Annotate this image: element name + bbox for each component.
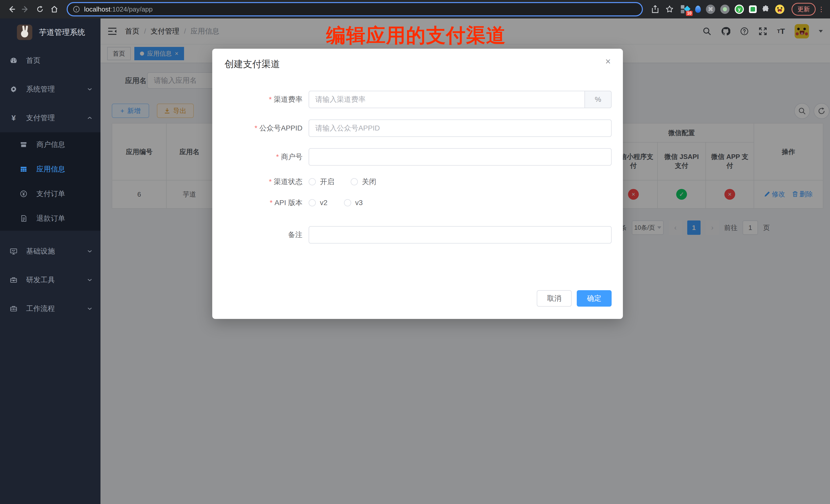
url-bar[interactable]: localhost:1024/pay/app: [67, 2, 643, 17]
cancel-button[interactable]: 取消: [537, 290, 572, 307]
back-icon[interactable]: [5, 3, 18, 15]
home-icon[interactable]: [48, 3, 61, 15]
dialog-footer: 取消 确定: [537, 290, 612, 307]
sidebar-item-pay-orders[interactable]: 支付订单: [0, 182, 100, 206]
form-row-appid: *公众号APPID: [225, 120, 612, 137]
url-host: localhost: [84, 5, 110, 13]
radio-circle-icon: [344, 199, 351, 207]
extension-badge: 10: [686, 11, 693, 16]
extension-balloon-icon[interactable]: [695, 6, 701, 13]
remark-input[interactable]: [309, 226, 612, 244]
form-row-mch: *商户号: [225, 148, 612, 166]
radio-circle-icon: [351, 178, 358, 185]
logo-rabbit-icon: [17, 25, 32, 40]
sidebar-item-pay[interactable]: ¥ 支付管理: [0, 103, 100, 132]
annotation-title: 编辑应用的支付渠道: [326, 23, 506, 49]
status-label: *渠道状态: [225, 177, 309, 187]
status-close-radio[interactable]: 关闭: [351, 177, 376, 187]
sidebar-item-devtools[interactable]: 研发工具: [0, 265, 100, 294]
share-icon[interactable]: [649, 3, 661, 15]
app-root: localhost:1024/pay/app 10 ⌘ y 更新 ⋮: [0, 0, 830, 504]
dialog-form: *渠道费率 % *公众号APPID *商户号 *渠道状态 开启: [225, 91, 612, 255]
monitor-icon: [9, 247, 18, 255]
sidebar-item-workflow[interactable]: 工作流程: [0, 294, 100, 323]
extensions-cluster: 10 ⌘ y: [681, 5, 785, 14]
sidebar-item-refund-orders[interactable]: 退款订单: [0, 206, 100, 231]
dialog-close-icon[interactable]: ×: [602, 56, 614, 67]
create-channel-dialog: 创建支付渠道 × *渠道费率 % *公众号APPID *商户号: [212, 49, 623, 319]
sidebar-item-label: 应用信息: [36, 164, 65, 174]
url-path: :1024/pay/app: [110, 5, 153, 13]
api-label: *API 版本: [225, 198, 309, 208]
required-mark: *: [269, 178, 272, 186]
mch-input[interactable]: [309, 148, 612, 166]
required-mark: *: [255, 124, 257, 132]
rate-input[interactable]: [309, 91, 585, 108]
forward-icon[interactable]: [20, 3, 32, 15]
required-mark: *: [269, 95, 272, 103]
browser-toolbar: localhost:1024/pay/app 10 ⌘ y 更新 ⋮: [0, 0, 830, 19]
bookmark-star-icon[interactable]: [663, 3, 676, 15]
api-v3-radio[interactable]: v3: [344, 199, 363, 207]
app-logo[interactable]: 芋道管理系统: [0, 19, 100, 46]
pay-order-icon: [20, 190, 28, 198]
extension-y-icon[interactable]: y: [735, 5, 744, 14]
extension-command-icon[interactable]: ⌘: [706, 5, 715, 14]
extension-dot-icon[interactable]: [720, 5, 730, 14]
status-open-radio[interactable]: 开启: [309, 177, 334, 187]
rate-label: *渠道费率: [225, 95, 309, 104]
sidebar-item-label: 研发工具: [26, 275, 55, 285]
form-row-remark: 备注: [225, 226, 612, 244]
required-mark: *: [270, 199, 273, 207]
form-row-api: *API 版本 v2 v3: [225, 198, 612, 208]
document-icon: [20, 215, 28, 222]
sidebar-item-label: 基础设施: [26, 246, 55, 256]
radio-circle-icon: [309, 199, 316, 207]
sidebar-item-infra[interactable]: 基础设施: [0, 237, 100, 265]
confirm-button[interactable]: 确定: [577, 290, 612, 307]
appid-input[interactable]: [309, 120, 612, 137]
api-v2-radio[interactable]: v2: [309, 199, 328, 207]
chevron-down-icon: [87, 277, 92, 283]
radio-circle-icon: [309, 178, 316, 185]
chevron-up-icon: [87, 115, 92, 121]
chevron-down-icon: [87, 306, 92, 311]
gear-icon: [9, 85, 18, 93]
shop-icon: [20, 141, 28, 149]
sidebar-item-home[interactable]: 首页: [0, 46, 100, 75]
extension-diamond-icon[interactable]: 10: [681, 5, 690, 14]
browser-update-button[interactable]: 更新: [792, 3, 816, 15]
profile-emoji-avatar[interactable]: [775, 5, 785, 14]
browser-menu-icon[interactable]: ⋮: [818, 5, 825, 13]
chevron-down-icon: [87, 87, 92, 92]
sidebar-item-label: 退款订单: [36, 214, 65, 223]
app-title: 芋道管理系统: [39, 27, 85, 38]
extension-chat-icon[interactable]: [749, 5, 757, 13]
briefcase-icon: [9, 305, 18, 313]
sidebar: 芋道管理系统 首页 系统管理 ¥ 支付管理: [0, 19, 100, 504]
site-info-icon[interactable]: [73, 6, 80, 13]
url-text: localhost:1024/pay/app: [84, 5, 153, 13]
toolbox-icon: [9, 276, 18, 284]
sidebar-item-label: 系统管理: [26, 84, 55, 94]
dialog-title: 创建支付渠道: [225, 58, 280, 70]
sidebar-item-label: 支付管理: [26, 113, 55, 123]
chevron-down-icon: [87, 249, 92, 254]
sidebar-item-merchant-info[interactable]: 商户信息: [0, 132, 100, 157]
form-row-rate: *渠道费率 %: [225, 91, 612, 108]
sidebar-item-label: 首页: [26, 56, 40, 65]
sidebar-item-label: 支付订单: [36, 189, 65, 199]
sidebar-item-system[interactable]: 系统管理: [0, 75, 100, 103]
mch-label: *商户号: [225, 152, 309, 162]
extensions-puzzle-icon[interactable]: [762, 5, 770, 13]
required-mark: *: [276, 153, 279, 161]
sidebar-submenu-pay: 商户信息 应用信息 支付订单 退款订单: [0, 132, 100, 231]
rate-suffix: %: [585, 91, 612, 108]
dashboard-icon: [9, 56, 18, 65]
grid-icon: [20, 165, 28, 173]
appid-label: *公众号APPID: [225, 123, 309, 133]
sidebar-item-label: 商户信息: [36, 140, 65, 150]
sidebar-item-app-info[interactable]: 应用信息: [0, 157, 100, 182]
remark-label: 备注: [225, 230, 309, 240]
reload-icon[interactable]: [34, 3, 46, 15]
